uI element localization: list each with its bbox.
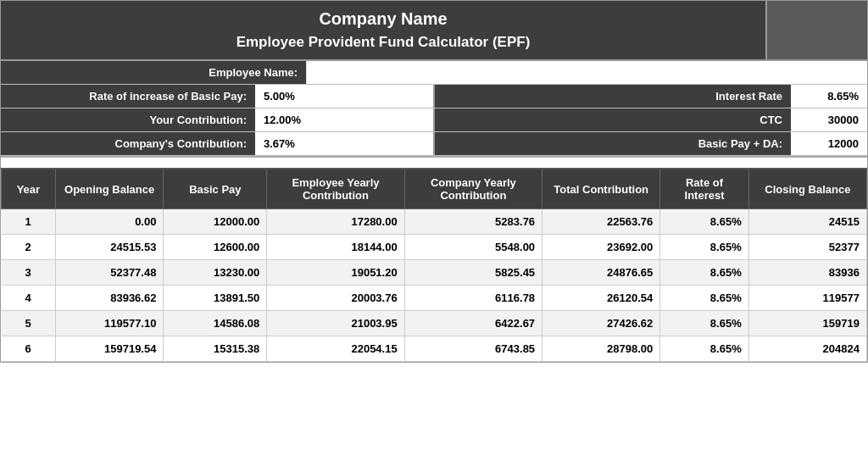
th-comp-yearly: Company Yearly Contribution	[404, 169, 542, 209]
company-contrib-left: Company's Contribution: 3.67%	[1, 132, 433, 155]
cell-basic: 12600.00	[164, 235, 267, 260]
spacer	[1, 156, 867, 168]
cell-total: 26120.54	[542, 286, 660, 311]
header-main: Company Name Employee Provident Fund Cal…	[1, 1, 765, 59]
th-total: Total Contribution	[542, 169, 660, 209]
cell-year: 1	[2, 209, 56, 235]
cell-year: 3	[2, 260, 56, 286]
basic-pay-label: Rate of increase of Basic Pay:	[1, 85, 255, 108]
cell-comp-yearly: 5548.00	[404, 235, 542, 260]
basic-pay-left: Rate of increase of Basic Pay: 5.00%	[1, 85, 433, 108]
company-contrib-row: Company's Contribution: 3.67% Basic Pay …	[1, 132, 867, 156]
ctc-label: CTC	[435, 108, 791, 131]
basic-pay-row: Rate of increase of Basic Pay: 5.00% Int…	[1, 85, 867, 108]
cell-closing: 24515	[748, 209, 866, 235]
your-contrib-value: 12.00%	[255, 108, 323, 131]
cell-emp-yearly: 17280.00	[267, 209, 404, 235]
main-container: Company Name Employee Provident Fund Cal…	[0, 0, 868, 363]
cell-comp-yearly: 5283.76	[404, 209, 542, 235]
cell-year: 2	[2, 235, 56, 260]
basic-pay-da-row: Basic Pay + DA: 12000	[433, 132, 867, 155]
cell-basic: 13891.50	[164, 286, 267, 311]
cell-basic: 12000.00	[164, 209, 267, 235]
table-row: 10.0012000.0017280.005283.7622563.768.65…	[2, 209, 867, 235]
cell-basic: 15315.38	[164, 336, 267, 362]
info-section: Employee Name: Rate of increase of Basic…	[1, 59, 867, 156]
cell-rate: 8.65%	[660, 286, 748, 311]
cell-opening: 83936.62	[55, 286, 164, 311]
table-row: 224515.5312600.0018144.005548.0023692.00…	[2, 235, 867, 260]
emp-name-value	[306, 61, 867, 84]
cell-closing: 204824	[748, 336, 866, 362]
cell-rate: 8.65%	[660, 260, 748, 286]
th-rate: Rate of Interest	[660, 169, 748, 209]
table-row: 5119577.1014586.0821003.956422.6727426.6…	[2, 311, 867, 336]
cell-emp-yearly: 20003.76	[267, 286, 404, 311]
header-right	[765, 1, 867, 59]
cell-year: 6	[2, 336, 56, 362]
cell-total: 28798.00	[542, 336, 660, 362]
cell-emp-yearly: 19051.20	[267, 260, 404, 286]
header-section: Company Name Employee Provident Fund Cal…	[1, 1, 867, 59]
cell-comp-yearly: 6422.67	[404, 311, 542, 336]
th-year: Year	[2, 169, 56, 209]
cell-opening: 119577.10	[55, 311, 164, 336]
ctc-value: 30000	[791, 108, 867, 131]
cell-closing: 119577	[748, 286, 866, 311]
cell-comp-yearly: 6116.78	[404, 286, 542, 311]
cell-basic: 13230.00	[164, 260, 267, 286]
cell-year: 5	[2, 311, 56, 336]
cell-rate: 8.65%	[660, 235, 748, 260]
cell-emp-yearly: 18144.00	[267, 235, 404, 260]
table-header-row: Year Opening Balance Basic Pay Employee …	[2, 169, 867, 209]
your-contrib-row: Your Contribution: 12.00% CTC 30000	[1, 108, 867, 132]
epf-table: Year Opening Balance Basic Pay Employee …	[1, 168, 867, 362]
cell-total: 22563.76	[542, 209, 660, 235]
cell-opening: 52377.48	[55, 260, 164, 286]
cell-emp-yearly: 22054.15	[267, 336, 404, 362]
cell-emp-yearly: 21003.95	[267, 311, 404, 336]
emp-name-label: Employee Name:	[1, 61, 306, 84]
th-closing: Closing Balance	[748, 169, 866, 209]
table-row: 483936.6213891.5020003.766116.7826120.54…	[2, 286, 867, 311]
cell-rate: 8.65%	[660, 311, 748, 336]
interest-rate-label: Interest Rate	[435, 85, 791, 108]
company-contrib-label: Company's Contribution:	[1, 132, 255, 155]
th-emp-yearly: Employee Yearly Contribution	[267, 169, 404, 209]
cell-closing: 83936	[748, 260, 866, 286]
your-contrib-left: Your Contribution: 12.00%	[1, 108, 433, 131]
cell-total: 27426.62	[542, 311, 660, 336]
th-opening: Opening Balance	[55, 169, 164, 209]
subtitle: Employee Provident Fund Calculator (EPF)	[1, 34, 765, 59]
your-contrib-label: Your Contribution:	[1, 108, 255, 131]
emp-name-row: Employee Name:	[1, 61, 867, 85]
cell-comp-yearly: 6743.85	[404, 336, 542, 362]
ctc-row: CTC 30000	[433, 108, 867, 131]
company-contrib-value: 3.67%	[255, 132, 323, 155]
cell-rate: 8.65%	[660, 336, 748, 362]
basic-pay-value: 5.00%	[255, 85, 323, 108]
cell-total: 24876.65	[542, 260, 660, 286]
interest-rate-row: Interest Rate 8.65%	[433, 85, 867, 108]
cell-closing: 52377	[748, 235, 866, 260]
cell-year: 4	[2, 286, 56, 311]
cell-comp-yearly: 5825.45	[404, 260, 542, 286]
basic-pay-da-label: Basic Pay + DA:	[435, 132, 791, 155]
th-basic: Basic Pay	[164, 169, 267, 209]
basic-pay-da-value: 12000	[791, 132, 867, 155]
table-row: 6159719.5415315.3822054.156743.8528798.0…	[2, 336, 867, 362]
cell-closing: 159719	[748, 311, 866, 336]
cell-opening: 0.00	[55, 209, 164, 235]
cell-rate: 8.65%	[660, 209, 748, 235]
table-row: 352377.4813230.0019051.205825.4524876.65…	[2, 260, 867, 286]
interest-rate-value: 8.65%	[791, 85, 867, 108]
table-section: Year Opening Balance Basic Pay Employee …	[1, 168, 867, 362]
cell-opening: 24515.53	[55, 235, 164, 260]
company-name: Company Name	[1, 1, 765, 34]
cell-basic: 14586.08	[164, 311, 267, 336]
cell-total: 23692.00	[542, 235, 660, 260]
cell-opening: 159719.54	[55, 336, 164, 362]
